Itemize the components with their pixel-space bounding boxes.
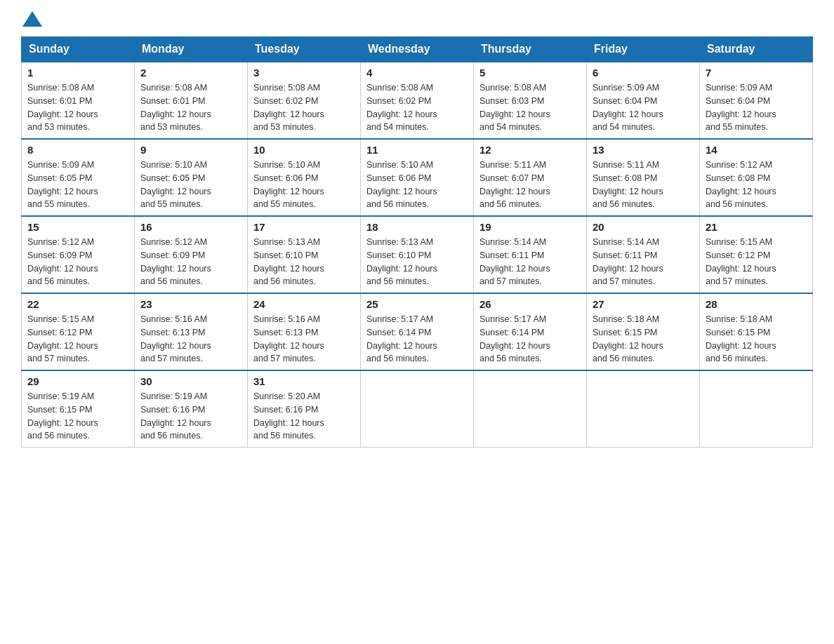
calendar-cell: 1Sunrise: 5:08 AMSunset: 6:01 PMDaylight… <box>22 62 135 139</box>
calendar-cell: 24Sunrise: 5:16 AMSunset: 6:13 PMDayligh… <box>248 293 361 370</box>
day-number: 4 <box>366 67 468 79</box>
day-info: Sunrise: 5:19 AMSunset: 6:16 PMDaylight:… <box>140 390 241 443</box>
calendar-cell: 9Sunrise: 5:10 AMSunset: 6:05 PMDaylight… <box>135 139 248 216</box>
day-number: 20 <box>593 221 694 233</box>
day-info: Sunrise: 5:13 AMSunset: 6:10 PMDaylight:… <box>253 236 355 288</box>
calendar-cell: 25Sunrise: 5:17 AMSunset: 6:14 PMDayligh… <box>361 293 474 370</box>
calendar-cell <box>700 370 813 448</box>
day-info: Sunrise: 5:12 AMSunset: 6:09 PMDaylight:… <box>140 236 241 288</box>
day-info: Sunrise: 5:08 AMSunset: 6:01 PMDaylight:… <box>27 81 128 134</box>
day-info: Sunrise: 5:14 AMSunset: 6:11 PMDaylight:… <box>479 236 581 288</box>
day-number: 9 <box>140 144 241 156</box>
day-number: 1 <box>27 67 128 79</box>
calendar-cell: 17Sunrise: 5:13 AMSunset: 6:10 PMDayligh… <box>248 216 361 293</box>
day-number: 13 <box>593 144 694 156</box>
day-number: 15 <box>27 221 128 233</box>
day-info: Sunrise: 5:11 AMSunset: 6:07 PMDaylight:… <box>479 159 581 211</box>
column-header-sunday: Sunday <box>22 37 135 62</box>
day-number: 23 <box>140 298 241 310</box>
day-number: 7 <box>706 67 807 79</box>
day-number: 17 <box>253 221 355 233</box>
day-number: 16 <box>140 221 241 233</box>
calendar-week-row: 22Sunrise: 5:15 AMSunset: 6:12 PMDayligh… <box>22 293 813 370</box>
calendar-cell: 27Sunrise: 5:18 AMSunset: 6:15 PMDayligh… <box>587 293 700 370</box>
day-number: 12 <box>479 144 581 156</box>
calendar-cell: 5Sunrise: 5:08 AMSunset: 6:03 PMDaylight… <box>474 62 587 139</box>
calendar-week-row: 15Sunrise: 5:12 AMSunset: 6:09 PMDayligh… <box>22 216 813 293</box>
day-info: Sunrise: 5:18 AMSunset: 6:15 PMDaylight:… <box>593 313 694 365</box>
day-info: Sunrise: 5:11 AMSunset: 6:08 PMDaylight:… <box>593 159 694 211</box>
day-info: Sunrise: 5:10 AMSunset: 6:05 PMDaylight:… <box>140 159 241 211</box>
calendar-cell: 26Sunrise: 5:17 AMSunset: 6:14 PMDayligh… <box>474 293 587 370</box>
day-info: Sunrise: 5:17 AMSunset: 6:14 PMDaylight:… <box>479 313 581 365</box>
day-info: Sunrise: 5:09 AMSunset: 6:04 PMDaylight:… <box>593 81 694 134</box>
day-number: 22 <box>27 298 128 310</box>
day-info: Sunrise: 5:08 AMSunset: 6:02 PMDaylight:… <box>253 81 355 134</box>
day-number: 5 <box>479 67 581 79</box>
day-info: Sunrise: 5:10 AMSunset: 6:06 PMDaylight:… <box>366 159 468 211</box>
calendar-cell: 8Sunrise: 5:09 AMSunset: 6:05 PMDaylight… <box>22 139 135 216</box>
day-info: Sunrise: 5:16 AMSunset: 6:13 PMDaylight:… <box>140 313 241 365</box>
day-info: Sunrise: 5:08 AMSunset: 6:01 PMDaylight:… <box>140 81 241 134</box>
day-info: Sunrise: 5:13 AMSunset: 6:10 PMDaylight:… <box>366 236 468 288</box>
calendar-cell: 15Sunrise: 5:12 AMSunset: 6:09 PMDayligh… <box>22 216 135 293</box>
day-info: Sunrise: 5:14 AMSunset: 6:11 PMDaylight:… <box>593 236 694 288</box>
day-number: 6 <box>593 67 694 79</box>
column-header-monday: Monday <box>135 37 248 62</box>
day-number: 27 <box>593 298 694 310</box>
column-header-tuesday: Tuesday <box>248 37 361 62</box>
day-info: Sunrise: 5:20 AMSunset: 6:16 PMDaylight:… <box>253 390 355 443</box>
day-info: Sunrise: 5:12 AMSunset: 6:09 PMDaylight:… <box>27 236 128 288</box>
calendar-cell: 3Sunrise: 5:08 AMSunset: 6:02 PMDaylight… <box>248 62 361 139</box>
day-number: 2 <box>140 67 241 79</box>
day-number: 30 <box>140 375 241 387</box>
calendar-week-row: 8Sunrise: 5:09 AMSunset: 6:05 PMDaylight… <box>22 139 813 216</box>
calendar-cell <box>587 370 700 448</box>
column-header-thursday: Thursday <box>474 37 587 62</box>
day-info: Sunrise: 5:08 AMSunset: 6:02 PMDaylight:… <box>366 81 468 134</box>
calendar-cell: 20Sunrise: 5:14 AMSunset: 6:11 PMDayligh… <box>587 216 700 293</box>
page-header <box>21 14 813 29</box>
logo-triangle-icon <box>22 11 42 27</box>
day-info: Sunrise: 5:15 AMSunset: 6:12 PMDaylight:… <box>27 313 128 365</box>
day-number: 14 <box>706 144 807 156</box>
calendar-cell: 7Sunrise: 5:09 AMSunset: 6:04 PMDaylight… <box>700 62 813 139</box>
calendar-week-row: 29Sunrise: 5:19 AMSunset: 6:15 PMDayligh… <box>22 370 813 448</box>
day-info: Sunrise: 5:17 AMSunset: 6:14 PMDaylight:… <box>366 313 468 365</box>
calendar-cell: 4Sunrise: 5:08 AMSunset: 6:02 PMDaylight… <box>361 62 474 139</box>
calendar-cell: 14Sunrise: 5:12 AMSunset: 6:08 PMDayligh… <box>700 139 813 216</box>
day-info: Sunrise: 5:19 AMSunset: 6:15 PMDaylight:… <box>27 390 128 443</box>
calendar-cell: 2Sunrise: 5:08 AMSunset: 6:01 PMDaylight… <box>135 62 248 139</box>
calendar-cell: 30Sunrise: 5:19 AMSunset: 6:16 PMDayligh… <box>135 370 248 448</box>
calendar-cell: 21Sunrise: 5:15 AMSunset: 6:12 PMDayligh… <box>700 216 813 293</box>
day-number: 21 <box>706 221 807 233</box>
calendar-cell: 13Sunrise: 5:11 AMSunset: 6:08 PMDayligh… <box>587 139 700 216</box>
calendar-cell: 29Sunrise: 5:19 AMSunset: 6:15 PMDayligh… <box>22 370 135 448</box>
day-info: Sunrise: 5:18 AMSunset: 6:15 PMDaylight:… <box>706 313 807 365</box>
day-info: Sunrise: 5:10 AMSunset: 6:06 PMDaylight:… <box>253 159 355 211</box>
calendar-week-row: 1Sunrise: 5:08 AMSunset: 6:01 PMDaylight… <box>22 62 813 139</box>
day-number: 8 <box>27 144 128 156</box>
calendar-cell: 16Sunrise: 5:12 AMSunset: 6:09 PMDayligh… <box>135 216 248 293</box>
calendar-cell <box>474 370 587 448</box>
calendar-cell <box>361 370 474 448</box>
calendar-cell: 10Sunrise: 5:10 AMSunset: 6:06 PMDayligh… <box>248 139 361 216</box>
day-number: 3 <box>253 67 355 79</box>
day-info: Sunrise: 5:16 AMSunset: 6:13 PMDaylight:… <box>253 313 355 365</box>
day-number: 11 <box>366 144 468 156</box>
calendar-cell: 22Sunrise: 5:15 AMSunset: 6:12 PMDayligh… <box>22 293 135 370</box>
calendar-cell: 6Sunrise: 5:09 AMSunset: 6:04 PMDaylight… <box>587 62 700 139</box>
calendar-cell: 18Sunrise: 5:13 AMSunset: 6:10 PMDayligh… <box>361 216 474 293</box>
day-number: 25 <box>366 298 468 310</box>
calendar-header-row: SundayMondayTuesdayWednesdayThursdayFrid… <box>22 37 813 62</box>
day-number: 24 <box>253 298 355 310</box>
day-number: 10 <box>253 144 355 156</box>
calendar-cell: 28Sunrise: 5:18 AMSunset: 6:15 PMDayligh… <box>700 293 813 370</box>
logo <box>21 14 42 29</box>
calendar-cell: 19Sunrise: 5:14 AMSunset: 6:11 PMDayligh… <box>474 216 587 293</box>
calendar-cell: 11Sunrise: 5:10 AMSunset: 6:06 PMDayligh… <box>361 139 474 216</box>
day-number: 28 <box>706 298 807 310</box>
day-info: Sunrise: 5:12 AMSunset: 6:08 PMDaylight:… <box>706 159 807 211</box>
day-info: Sunrise: 5:15 AMSunset: 6:12 PMDaylight:… <box>706 236 807 288</box>
column-header-friday: Friday <box>587 37 700 62</box>
